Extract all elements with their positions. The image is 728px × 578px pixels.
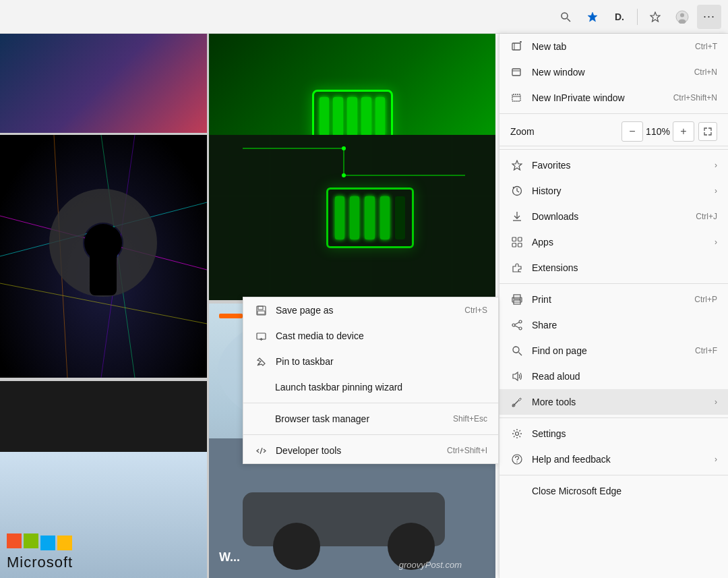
svg-line-51: [515, 322, 519, 324]
menu-print[interactable]: Print Ctrl+P: [499, 287, 728, 312]
submenu-divider: [243, 403, 498, 403]
cast-label: Cast media to device: [276, 330, 487, 341]
find-on-page-shortcut: Ctrl+F: [695, 346, 717, 355]
browser-toolbar: D. ···: [0, 0, 728, 34]
menu-new-tab[interactable]: New tab Ctrl+T: [499, 34, 728, 59]
more-tools-label: More tools: [532, 397, 709, 407]
tile-dark: [0, 34, 207, 133]
svg-rect-32: [512, 69, 520, 76]
menu-inprivate[interactable]: New InPrivate window Ctrl+Shift+N: [499, 85, 728, 111]
more-tools-button[interactable]: ···: [697, 5, 721, 29]
submenu-task-manager[interactable]: Browser task manager Shift+Esc: [243, 406, 498, 432]
apps-chevron: ›: [715, 237, 717, 247]
read-aloud-label: Read aloud: [532, 371, 717, 382]
svg-marker-2: [588, 12, 597, 22]
favorites-button[interactable]: [580, 5, 605, 29]
zoom-value: 110%: [643, 126, 673, 137]
zoom-plus-button[interactable]: +: [673, 121, 694, 142]
apps-label: Apps: [532, 237, 709, 248]
svg-point-0: [562, 13, 568, 19]
menu-divider-3: [499, 283, 728, 284]
svg-rect-44: [514, 295, 520, 299]
menu-apps[interactable]: Apps ›: [499, 229, 728, 255]
menu-downloads[interactable]: Downloads Ctrl+J: [499, 204, 728, 229]
ms-yellow-square: [57, 536, 72, 550]
menu-history[interactable]: History ›: [499, 178, 728, 204]
find-icon: [510, 344, 524, 357]
favorites-icon: [510, 158, 524, 172]
toolbar-right: D. ···: [553, 5, 721, 29]
menu-share[interactable]: Share: [499, 312, 728, 338]
microsoft-label: Microsoft: [7, 554, 200, 571]
ms-green-square: [24, 533, 38, 548]
zoom-expand-button[interactable]: [698, 122, 717, 141]
zoom-minus-button[interactable]: −: [621, 121, 643, 142]
svg-line-55: [512, 401, 518, 407]
svg-line-1: [568, 18, 571, 22]
submenu-dev-tools[interactable]: Developer tools Ctrl+Shift+I: [243, 438, 498, 463]
microsoft-logo: [7, 533, 200, 550]
task-manager-shortcut: Shift+Esc: [453, 414, 487, 424]
new-tab-shortcut: Ctrl+T: [695, 42, 717, 51]
menu-divider-5: [499, 475, 728, 475]
svg-point-5: [680, 13, 684, 17]
history-label: History: [532, 185, 709, 196]
menu-find-on-page[interactable]: Find on page Ctrl+F: [499, 338, 728, 364]
submenu-cast[interactable]: Cast media to device: [243, 323, 498, 349]
new-window-label: New window: [532, 67, 694, 78]
svg-point-22: [342, 173, 346, 177]
share-label: Share: [532, 320, 717, 330]
apps-icon: [510, 235, 524, 249]
submenu-divider-2: [243, 434, 498, 435]
svg-rect-28: [512, 43, 520, 50]
close-edge-icon: [510, 484, 524, 498]
submenu-pin-taskbar[interactable]: Pin to taskbar: [243, 349, 498, 374]
menu-favorites[interactable]: Favorites ›: [499, 152, 728, 178]
svg-line-54: [519, 353, 522, 356]
moretools-icon: [510, 395, 524, 409]
launch-wizard-label: Launch taskbar pinning wizard: [275, 382, 487, 393]
menu-read-aloud[interactable]: Read aloud: [499, 364, 728, 389]
menu-settings[interactable]: Settings: [499, 421, 728, 446]
svg-point-48: [519, 320, 522, 323]
menu-more-tools[interactable]: More tools ›: [499, 389, 728, 415]
downloads-shortcut: Ctrl+J: [696, 212, 717, 221]
collections-button[interactable]: D.: [607, 5, 632, 29]
newtab-icon: [510, 40, 524, 53]
settings-label: Settings: [532, 428, 717, 439]
submenu-launch-wizard[interactable]: Launch taskbar pinning wizard: [243, 374, 498, 400]
main-menu: New tab Ctrl+T New window Ctrl+N New InP…: [499, 34, 728, 578]
svg-rect-41: [518, 237, 522, 241]
menu-extensions[interactable]: Extensions: [499, 255, 728, 281]
svg-point-57: [516, 432, 519, 436]
tile-howto: HOW-TO How to Check the Battery Percenta…: [209, 135, 495, 300]
svg-line-52: [515, 326, 519, 328]
print-icon: [510, 293, 524, 306]
svg-point-49: [519, 327, 522, 330]
help-icon: [510, 453, 524, 466]
svg-rect-15: [90, 248, 117, 295]
submenu-save-page[interactable]: Save page as Ctrl+S: [243, 297, 498, 323]
svg-point-53: [513, 347, 519, 353]
inprivate-icon: [510, 91, 524, 105]
svg-rect-40: [512, 237, 516, 241]
save-page-shortcut: Ctrl+S: [464, 306, 487, 315]
menu-new-window[interactable]: New window Ctrl+N: [499, 59, 728, 85]
ms-red-square: [7, 533, 22, 548]
favorites-star-button[interactable]: [643, 5, 667, 29]
share-icon: [510, 318, 524, 332]
menu-close-edge[interactable]: Close Microsoft Edge: [499, 478, 728, 504]
svg-line-67: [260, 448, 262, 454]
svg-rect-61: [258, 306, 263, 310]
new-tab-label: New tab: [532, 41, 695, 52]
search-button[interactable]: [553, 5, 578, 29]
save-page-label: Save page as: [276, 305, 464, 316]
more-tools-chevron: ›: [715, 397, 717, 407]
menu-help[interactable]: Help and feedback ›: [499, 446, 728, 472]
svg-rect-42: [512, 243, 516, 248]
downloads-icon: [510, 210, 524, 223]
profile-button[interactable]: [670, 5, 694, 29]
history-chevron: ›: [715, 186, 717, 196]
svg-point-26: [273, 523, 320, 570]
extensions-label: Extensions: [532, 262, 717, 273]
